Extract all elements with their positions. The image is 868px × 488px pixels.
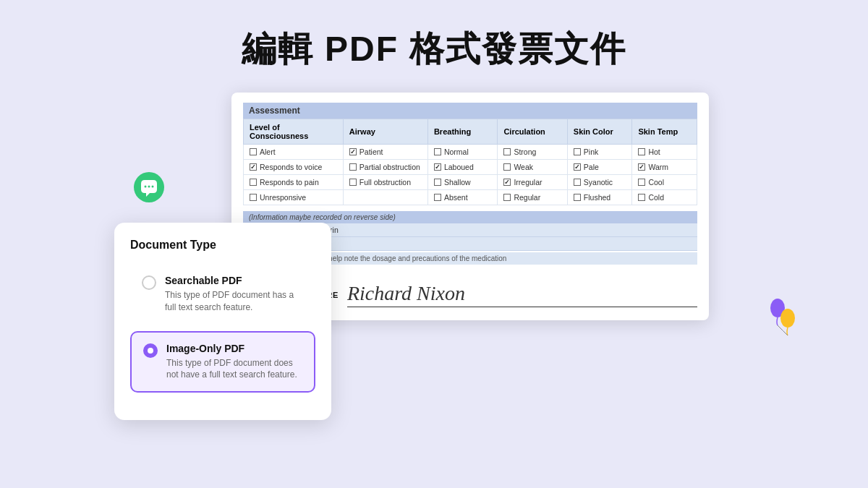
checkbox-skin-color-pale[interactable] (574, 163, 581, 171)
loc-responds-pain: Responds to pain (250, 176, 337, 188)
checkbox-breathing-absent[interactable] (434, 194, 441, 201)
balloons-decoration-icon (763, 295, 799, 346)
airway-patient: Patient (349, 146, 422, 158)
checkbox-circulation-regular[interactable] (503, 194, 511, 201)
col-header-breathing: Breathing (427, 119, 497, 145)
assessment-section: Assessment Level of Consciousness Airway… (231, 93, 709, 205)
page-title: 編輯 PDF 格式發票文件 (0, 0, 868, 72)
radio-image-only[interactable] (143, 343, 158, 358)
checkbox-skin-color-pink[interactable] (574, 148, 581, 155)
skin-temp-cool: Cool (638, 176, 691, 188)
breathing-shallow: Shallow (434, 176, 491, 188)
checkbox-circulation-strong[interactable] (503, 148, 511, 155)
checkbox-airway-full[interactable] (349, 179, 357, 186)
checkbox-skin-temp-hot[interactable] (638, 148, 645, 155)
breathing-normal: Normal (434, 146, 491, 158)
option-image-only-content: Image-Only PDF This type of PDF document… (166, 343, 302, 382)
checkbox-breathing-normal[interactable] (434, 148, 441, 155)
table-row: Unresponsive Absent (244, 190, 697, 205)
checkbox-breathing-shallow[interactable] (434, 179, 441, 186)
col-header-airway: Airway (343, 119, 427, 145)
svg-point-3 (152, 186, 154, 188)
checkbox-circulation-irregular[interactable] (503, 179, 511, 186)
circulation-strong: Strong (503, 146, 561, 158)
skin-color-syanotic: Syanotic (574, 176, 626, 188)
circulation-irregular: Irregular (503, 176, 561, 188)
checkbox-airway-partial[interactable] (349, 163, 357, 171)
circulation-weak: Weak (503, 161, 561, 173)
med-header: (Information maybe recorded on reverse s… (243, 211, 697, 223)
checkbox-skin-color-syanotic[interactable] (574, 179, 581, 186)
option-image-only-pdf[interactable]: Image-Only PDF This type of PDF document… (130, 331, 315, 393)
assessment-label: Assessment (243, 103, 697, 119)
checkbox-circulation-weak[interactable] (503, 163, 511, 171)
checkbox-skin-color-flushed[interactable] (574, 194, 581, 201)
checkbox-airway-patient[interactable] (349, 148, 357, 155)
breathing-absent: Absent (434, 192, 491, 203)
table-row: Responds to voice Partial obstruction (244, 160, 697, 175)
airway-full: Full obstruction (349, 176, 422, 188)
checkbox-loc-voice[interactable] (250, 163, 257, 171)
checkbox-skin-temp-cool[interactable] (638, 179, 645, 186)
svg-point-2 (148, 186, 150, 188)
breathing-laboued: Laboued (434, 161, 491, 173)
circulation-regular: Regular (503, 192, 561, 203)
table-row: Responds to pain Full obstruction (244, 175, 697, 190)
doc-type-title: Document Type (130, 239, 315, 252)
col-header-skin-color: Skin Color (567, 119, 632, 145)
option-searchable-title: Searchable PDF (165, 275, 304, 286)
option-image-only-desc: This type of PDF document does not have … (166, 357, 302, 382)
checkbox-skin-temp-cold[interactable] (638, 194, 645, 201)
option-image-only-title: Image-Only PDF (166, 343, 302, 354)
svg-point-5 (780, 309, 795, 328)
checkbox-skin-temp-warm[interactable] (638, 163, 645, 171)
skin-temp-hot: Hot (638, 146, 691, 158)
skin-temp-cold: Cold (638, 192, 691, 203)
document-type-panel: Document Type Searchable PDF This type o… (114, 223, 331, 420)
skin-temp-warm: Warm (638, 161, 691, 173)
checkbox-loc-unresponsive[interactable] (250, 194, 257, 201)
skin-color-pink: Pink (574, 146, 626, 158)
radio-searchable[interactable] (142, 275, 156, 290)
checkbox-loc-pain[interactable] (250, 179, 257, 186)
skin-color-pale: Pale (574, 161, 626, 173)
loc-alert: Alert (250, 146, 337, 158)
col-header-loc: Level of Consciousness (244, 119, 344, 145)
col-header-skin-temp: Skin Temp (632, 119, 697, 145)
airway-partial: Partial obstruction (349, 161, 422, 173)
table-row: Alert Patient Normal (244, 145, 697, 160)
col-header-circulation: Circulation (498, 119, 567, 145)
svg-point-1 (145, 186, 147, 188)
loc-responds-voice: Responds to voice (250, 161, 337, 173)
content-area: Assessment Level of Consciousness Airway… (0, 93, 868, 447)
option-searchable-desc: This type of PDF document has a full tex… (165, 289, 304, 314)
option-searchable-pdf[interactable]: Searchable PDF This type of PDF document… (130, 265, 315, 324)
green-chat-icon (134, 172, 164, 202)
option-searchable-content: Searchable PDF This type of PDF document… (165, 275, 304, 314)
assessment-table: Level of Consciousness Airway Breathing … (243, 119, 697, 205)
skin-color-flushed: Flushed (574, 192, 626, 203)
signature-text: Richard Nixon (347, 282, 697, 307)
loc-unresponsive: Unresponsive (250, 192, 337, 203)
checkbox-breathing-laboued[interactable] (434, 163, 441, 171)
checkbox-loc-alert[interactable] (250, 148, 257, 155)
